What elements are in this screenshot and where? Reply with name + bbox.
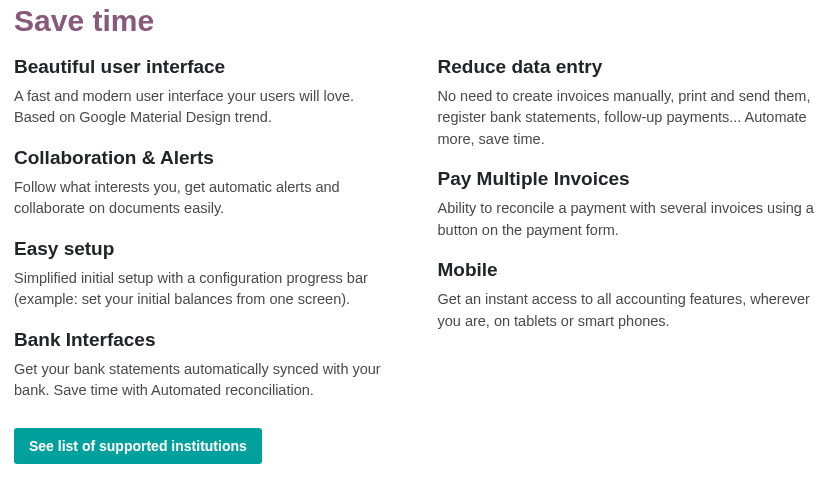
feature-title: Collaboration & Alerts: [14, 147, 398, 169]
feature-desc: No need to create invoices manually, pri…: [438, 86, 822, 150]
feature-easy-setup: Easy setup Simplified initial setup with…: [14, 238, 398, 311]
feature-bank-interfaces: Bank Interfaces Get your bank statements…: [14, 329, 398, 402]
feature-desc: Get an instant access to all accounting …: [438, 289, 822, 332]
feature-title: Bank Interfaces: [14, 329, 398, 351]
feature-title: Beautiful user interface: [14, 56, 398, 78]
supported-institutions-button[interactable]: See list of supported institutions: [14, 428, 262, 464]
feature-desc: Ability to reconcile a payment with seve…: [438, 198, 822, 241]
left-column: Beautiful user interface A fast and mode…: [14, 56, 398, 464]
feature-title: Pay Multiple Invoices: [438, 168, 822, 190]
feature-pay-multiple-invoices: Pay Multiple Invoices Ability to reconci…: [438, 168, 822, 241]
feature-mobile: Mobile Get an instant access to all acco…: [438, 259, 822, 332]
feature-collaboration-alerts: Collaboration & Alerts Follow what inter…: [14, 147, 398, 220]
feature-title: Mobile: [438, 259, 822, 281]
feature-desc: Get your bank statements automatically s…: [14, 359, 398, 402]
feature-desc: A fast and modern user interface your us…: [14, 86, 398, 129]
feature-desc: Simplified initial setup with a configur…: [14, 268, 398, 311]
feature-columns: Beautiful user interface A fast and mode…: [14, 56, 821, 464]
section-title: Save time: [14, 4, 821, 38]
feature-beautiful-ui: Beautiful user interface A fast and mode…: [14, 56, 398, 129]
feature-desc: Follow what interests you, get automatic…: [14, 177, 398, 220]
feature-title: Reduce data entry: [438, 56, 822, 78]
feature-reduce-data-entry: Reduce data entry No need to create invo…: [438, 56, 822, 150]
right-column: Reduce data entry No need to create invo…: [438, 56, 822, 464]
feature-title: Easy setup: [14, 238, 398, 260]
